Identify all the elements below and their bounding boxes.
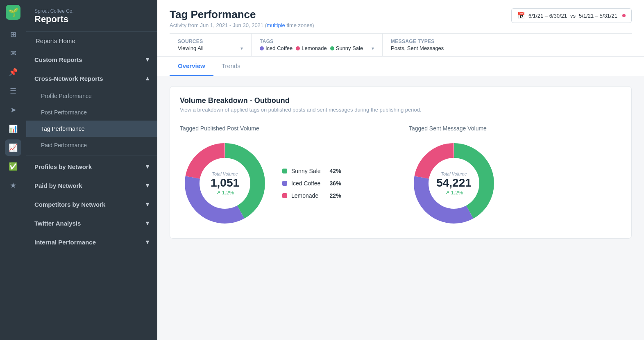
star-nav-icon[interactable]: ★	[5, 177, 21, 194]
chart2-block: Tagged Sent Message Volume Total Volume …	[409, 125, 621, 228]
legend-dot-sunny-sale	[282, 169, 287, 173]
legend-name-lemonade: Lemonade	[291, 192, 321, 199]
chart1-legend: Sunny Sale 42% Iced Coffee 36% Lemonade	[282, 168, 341, 199]
chart1-vol-number: 1,051	[211, 176, 239, 189]
reports-nav-icon[interactable]: 📈	[5, 139, 21, 156]
chart2-donut: Total Volume 54,221 ↗ 1.2%	[409, 138, 499, 228]
custom-reports-chevron: ▾	[146, 56, 149, 63]
sidebar-profiles-by-network[interactable]: Profiles by Network ▾	[26, 157, 157, 176]
message-types-filter[interactable]: Message Types Posts, Sent Messages	[383, 34, 465, 56]
sidebar-competitors-by-network[interactable]: Competitors by Network ▾	[26, 195, 157, 214]
internal-chevron: ▾	[146, 238, 149, 246]
sources-filter[interactable]: Sources Viewing All ▾	[170, 34, 252, 56]
analytics-nav-icon[interactable]: 📊	[5, 121, 21, 137]
chart2-vol-change: ↗ 1.2%	[436, 189, 472, 196]
sidebar-section-title: Reports	[34, 14, 149, 25]
sidebar-item-cross-network[interactable]: Cross-Network Reports ▴	[26, 69, 157, 88]
message-types-label: Message Types	[391, 39, 456, 44]
tasks-nav-icon[interactable]: ✅	[5, 158, 21, 175]
pin-nav-icon[interactable]: 📌	[5, 64, 21, 80]
chart1-vol-label: Total Volume	[211, 171, 239, 176]
tags-list: Iced Coffee Lemonade Sunny Sale	[260, 45, 363, 51]
volume-section-title: Volume Breakdown - Outbound	[180, 96, 621, 105]
legend-name-sunny-sale: Sunny Sale	[291, 168, 321, 174]
competitors-chevron: ▾	[146, 201, 149, 208]
cross-network-chevron: ▴	[146, 75, 149, 82]
message-types-value: Posts, Sent Messages	[391, 45, 456, 51]
page-title: Tag Performance	[170, 8, 314, 21]
sidebar-sub-paid-performance[interactable]: Paid Performance	[26, 137, 157, 153]
page-header-top: Tag Performance Activity from Jun 1, 202…	[170, 8, 632, 28]
list-nav-icon[interactable]: ☰	[5, 83, 21, 99]
legend-pct-iced-coffee: 36%	[325, 180, 341, 187]
chart1-block: Tagged Published Post Volume	[180, 125, 392, 228]
date-range-dot	[622, 14, 626, 17]
tab-overview[interactable]: Overview	[170, 57, 213, 76]
sidebar-item-reports-home[interactable]: Reports Home	[26, 32, 157, 50]
chart2-vol-label: Total Volume	[436, 171, 472, 176]
legend-pct-lemonade: 22%	[325, 192, 341, 199]
vs-label: vs	[570, 13, 576, 19]
tags-value: Iced Coffee Lemonade Sunny Sale ▾	[260, 45, 374, 51]
icon-sidebar: 🌱 ⊞ ✉ 📌 ☰ ➤ 📊 📈 ✅ ★	[0, 0, 26, 340]
tags-chevron: ▾	[372, 46, 374, 51]
sources-chevron: ▾	[240, 46, 243, 51]
grid-nav-icon[interactable]: ⊞	[5, 26, 21, 43]
tags-filter[interactable]: Tags Iced Coffee Lemonade Sunny Sale ▾	[252, 34, 383, 56]
subtitle-prefix: Activity from Jun 1, 2021 - Jun 30, 2021…	[170, 22, 267, 28]
sources-label: Sources	[178, 39, 243, 44]
inbox-nav-icon[interactable]: ✉	[5, 45, 21, 62]
date-range-value: 6/1/21 – 6/30/21	[528, 13, 567, 19]
sidebar-paid-by-network[interactable]: Paid by Network ▾	[26, 176, 157, 195]
twitter-chevron: ▾	[146, 219, 149, 227]
chart1-label: Tagged Published Post Volume	[180, 125, 259, 132]
chart2-center: Total Volume 54,221 ↗ 1.2%	[436, 171, 472, 196]
date-range-button[interactable]: 📅 6/1/21 – 6/30/21 vs 5/1/21 – 5/31/21	[511, 8, 632, 23]
volume-breakdown-card: Volume Breakdown - Outbound View a break…	[170, 86, 632, 239]
send-nav-icon[interactable]: ➤	[5, 102, 21, 118]
sidebar-sub-profile-performance[interactable]: Profile Performance	[26, 88, 157, 104]
sidebar-twitter-analysis[interactable]: Twitter Analysis ▾	[26, 214, 157, 233]
page-subtitle: Activity from Jun 1, 2021 - Jun 30, 2021…	[170, 22, 314, 28]
sidebar-internal-performance[interactable]: Internal Performance ▾	[26, 233, 157, 251]
tab-trends[interactable]: Trends	[213, 57, 249, 76]
subtitle-link[interactable]: multiple	[267, 22, 285, 28]
content-area: Volume Breakdown - Outbound View a break…	[157, 76, 644, 249]
chart1-with-legend: Total Volume 1,051 ↗ 1.2% Sunny Sale 42%	[180, 138, 392, 228]
sidebar-item-custom-reports[interactable]: Custom Reports ▾	[26, 50, 157, 69]
tag-sunny-sale-dot: Sunny Sale	[330, 45, 363, 51]
filter-bar: Sources Viewing All ▾ Tags Iced Coffee L…	[170, 33, 632, 56]
legend-pct-sunny-sale: 42%	[325, 168, 341, 174]
legend-sunny-sale: Sunny Sale 42%	[282, 168, 341, 174]
compare-range-value: 5/1/21 – 5/31/21	[579, 13, 617, 19]
left-sidebar: Sprout Coffee Co. Reports Reports Home C…	[26, 0, 157, 340]
sidebar-header: Sprout Coffee Co. Reports	[26, 0, 157, 32]
sources-value: Viewing All ▾	[178, 45, 243, 51]
chart1-vol-change: ↗ 1.2%	[211, 189, 239, 196]
legend-dot-lemonade	[282, 193, 287, 198]
legend-name-iced-coffee: Iced Coffee	[291, 180, 321, 187]
legend-lemonade: Lemonade 22%	[282, 192, 341, 199]
main-content: Tag Performance Activity from Jun 1, 202…	[157, 0, 644, 340]
legend-dot-iced-coffee	[282, 181, 287, 186]
legend-iced-coffee: Iced Coffee 36%	[282, 180, 341, 187]
page-title-area: Tag Performance Activity from Jun 1, 202…	[170, 8, 314, 28]
chart2-label: Tagged Sent Message Volume	[409, 125, 487, 132]
paid-chevron: ▾	[146, 182, 149, 189]
sidebar-sub-post-performance[interactable]: Post Performance	[26, 104, 157, 121]
chart1-donut: Total Volume 1,051 ↗ 1.2%	[180, 138, 270, 228]
chart2-with-legend: Total Volume 54,221 ↗ 1.2%	[409, 138, 621, 228]
charts-row: Tagged Published Post Volume	[180, 125, 621, 228]
subtitle-suffix: time zones)	[285, 22, 314, 28]
chart2-vol-number: 54,221	[436, 176, 472, 189]
reports-home-label: Reports Home	[36, 37, 75, 44]
profiles-chevron: ▾	[146, 163, 149, 170]
cross-network-label: Cross-Network Reports	[34, 75, 103, 82]
calendar-icon: 📅	[517, 12, 525, 19]
tag-iced-coffee-dot: Iced Coffee	[260, 45, 293, 51]
volume-section-desc: View a breakdown of applied tags on publ…	[180, 107, 621, 113]
page-header: Tag Performance Activity from Jun 1, 202…	[157, 0, 644, 57]
tag-lemonade-dot: Lemonade	[296, 45, 327, 51]
sidebar-sub-tag-performance[interactable]: Tag Performance	[26, 121, 157, 137]
tabs-bar: Overview Trends	[157, 57, 644, 76]
